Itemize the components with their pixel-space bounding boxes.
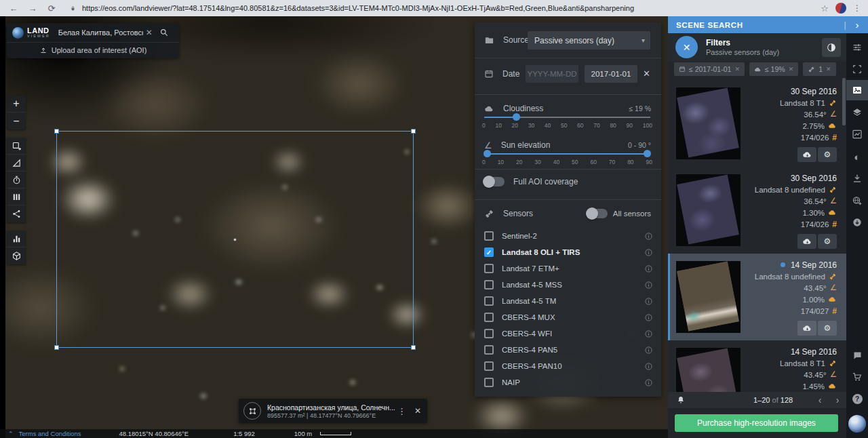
export-tool-button[interactable] [846, 212, 868, 233]
clear-filters-button[interactable]: ✕ [675, 36, 698, 58]
share-button[interactable] [7, 205, 26, 222]
scene-thumbnail[interactable] [676, 261, 741, 333]
sensor-row-landsat-7[interactable]: Landsat 7 ETM+ [475, 260, 661, 277]
checkbox[interactable] [484, 345, 494, 355]
info-icon[interactable] [644, 232, 653, 241]
measure-button[interactable] [7, 155, 26, 172]
aoi-center-point[interactable] [233, 238, 237, 241]
adjustments-tool-button[interactable] [846, 37, 868, 58]
address-bar[interactable]: https://eos.com/landviewer/?lat=48.17514… [82, 4, 733, 12]
feedback-button[interactable] [846, 345, 868, 365]
zoom-out-button[interactable]: − [7, 113, 26, 130]
info-icon[interactable] [644, 313, 653, 322]
info-icon[interactable] [644, 297, 653, 306]
aoi-handle-bottom-left[interactable] [54, 345, 59, 350]
sun-elevation-slider[interactable] [484, 150, 650, 157]
scene-settings-button[interactable]: ⚙ [818, 147, 837, 162]
add-globe-tool-button[interactable] [846, 191, 868, 211]
clear-search-icon[interactable]: ✕ [146, 28, 153, 37]
checkbox[interactable] [484, 296, 494, 306]
aoi-handle-top-left[interactable] [54, 129, 59, 134]
search-icon[interactable] [159, 28, 169, 37]
checkbox[interactable] [484, 329, 494, 338]
scene-result-4[interactable]: 14 Sep 2016 Landsat 8 T1 43.45°∠ 1.45% [668, 340, 846, 392]
browser-reload-button[interactable]: ⟳ [46, 3, 57, 14]
purchase-hires-button[interactable]: Purchase high-resolution images [675, 414, 838, 432]
info-icon[interactable] [644, 362, 653, 371]
download-scene-button[interactable] [797, 147, 816, 162]
download-tool-button[interactable] [846, 168, 868, 188]
checkbox[interactable] [484, 264, 494, 273]
checkbox-checked[interactable]: ✓ [484, 247, 494, 257]
scene-result-3-selected[interactable]: 14 Sep 2016 Landsat 8 undefined 43.45°∠ … [668, 254, 846, 340]
checkbox[interactable] [484, 280, 494, 290]
user-globe-avatar[interactable] [846, 413, 868, 435]
sensor-row-landsat-45-tm[interactable]: Landsat 4-5 TM [475, 293, 661, 309]
date-to-input[interactable]: 2017-01-01 [585, 65, 637, 83]
bookmark-star-icon[interactable]: ☆ [821, 3, 829, 14]
collapse-panel-icon[interactable]: › [846, 19, 868, 31]
scene-settings-button[interactable]: ⚙ [818, 234, 837, 249]
checkbox[interactable] [484, 378, 494, 387]
checkbox[interactable] [484, 313, 494, 322]
info-icon[interactable] [644, 248, 653, 257]
info-icon[interactable] [644, 264, 653, 273]
scene-thumbnail[interactable] [676, 87, 741, 159]
expand-terms-icon[interactable]: ⌃ [8, 431, 14, 437]
browser-back-button[interactable]: ← [8, 3, 19, 14]
sensor-row-landsat-8[interactable]: ✓ Landsat 8 OLI + TIRS [475, 244, 661, 260]
timelapse-button[interactable] [7, 172, 26, 188]
analysis-tool-button[interactable] [846, 124, 868, 144]
scenes-tool-button[interactable] [846, 80, 868, 100]
info-icon[interactable] [644, 281, 653, 290]
scene-result-2[interactable]: 30 Sep 2016 Landsat 8 undefined 36.54°∠ … [668, 167, 846, 254]
sun-slider-handle-min[interactable] [484, 150, 491, 157]
3d-view-button[interactable] [7, 247, 26, 264]
cloudiness-slider[interactable] [484, 113, 650, 121]
remove-chip-icon[interactable]: ✕ [826, 66, 831, 73]
browser-forward-button[interactable]: → [27, 3, 38, 14]
aoi-close-icon[interactable]: ✕ [414, 406, 421, 416]
remove-chip-icon[interactable]: ✕ [734, 66, 740, 73]
chip-cloudiness[interactable]: ≤ 19% ✕ [749, 62, 798, 76]
sensor-row-sentinel-2[interactable]: Sentinel-2 [475, 228, 661, 244]
sensor-row-naip[interactable]: NAIP [475, 374, 661, 391]
day-night-toggle-button[interactable] [822, 38, 841, 57]
scene-result-1[interactable]: 30 Sep 2016 Landsat 8 T1 36.54°∠ 2.75% 1… [668, 80, 846, 167]
upload-aoi-button[interactable]: Upload area of interest (AOI) [7, 43, 179, 58]
scene-thumbnail[interactable] [676, 348, 741, 392]
terms-link[interactable]: Terms and Conditions [19, 430, 81, 437]
full-aoi-toggle[interactable] [484, 177, 505, 186]
sensor-row-cbers4-pan5[interactable]: CBERS-4 PAN5 [475, 342, 661, 358]
next-page-icon[interactable]: › [829, 395, 846, 405]
cloudiness-slider-handle[interactable] [513, 113, 520, 121]
all-sensors-toggle[interactable] [587, 209, 608, 218]
sensor-row-cbers4-pan10[interactable]: CBERS-4 PAN10 [475, 358, 661, 374]
checkbox[interactable] [484, 361, 494, 371]
clear-date-icon[interactable]: ✕ [643, 68, 650, 79]
aoi-rectangle[interactable] [56, 131, 414, 348]
analytics-button[interactable] [7, 231, 26, 247]
sensor-row-cbers4-mux[interactable]: CBERS-4 MUX [475, 309, 661, 325]
zoom-in-button[interactable]: + [7, 96, 26, 113]
source-select[interactable]: Passive sensors (day) ▾ [528, 31, 650, 49]
checkbox[interactable] [484, 231, 494, 241]
aoi-handle-bottom-right[interactable] [411, 345, 416, 350]
notifications-bell-icon[interactable] [676, 395, 686, 405]
date-from-input[interactable]: YYYY-MM-DD [526, 65, 578, 83]
draw-aoi-button[interactable] [7, 138, 26, 155]
previous-page-icon[interactable]: ‹ [811, 395, 829, 405]
chip-date[interactable]: ≤ 2017-01-01 ✕ [674, 62, 745, 76]
sun-slider-handle-max[interactable] [644, 150, 651, 157]
cart-button[interactable] [846, 367, 868, 387]
scene-thumbnail[interactable] [676, 174, 741, 246]
area-select-tool-button[interactable] [846, 59, 868, 79]
basemaps-button[interactable] [7, 188, 26, 205]
remove-chip-icon[interactable]: ✕ [789, 66, 794, 73]
info-icon[interactable] [644, 346, 653, 355]
aoi-handle-top-right[interactable] [411, 129, 416, 134]
scene-list-scrollbar[interactable] [842, 78, 846, 125]
chip-sensors[interactable]: 1 ✕ [803, 62, 835, 76]
contrast-tool-button[interactable]: ◐ [846, 146, 868, 167]
search-input[interactable]: Белая Калитва, Ростовская... [58, 28, 143, 37]
